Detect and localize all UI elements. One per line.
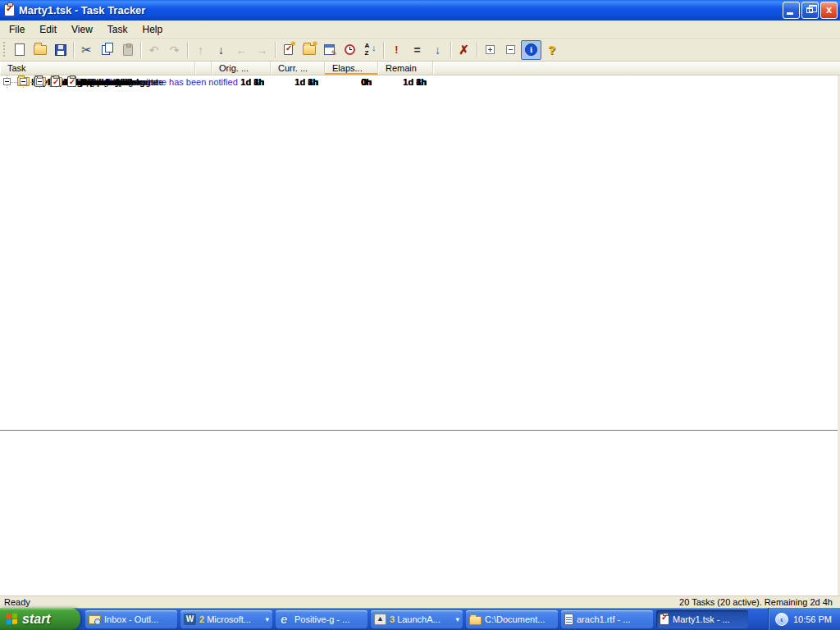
- help-icon: ?: [548, 43, 555, 56]
- priority-low-icon: ↓: [435, 44, 441, 56]
- taskbar-button-outlook[interactable]: Inbox - Outl...: [85, 610, 177, 628]
- window-title: Marty1.tsk - Task Tracker: [19, 4, 781, 16]
- move-left-icon: ←: [236, 44, 248, 56]
- open-file-button[interactable]: [30, 40, 50, 60]
- toolbar-separator: [383, 42, 384, 58]
- redo-button[interactable]: ↷: [164, 40, 185, 60]
- new-folder-button[interactable]: [299, 40, 319, 60]
- priority-normal-button[interactable]: =: [407, 40, 427, 60]
- collapse-box[interactable]: [36, 78, 43, 85]
- help-button[interactable]: ?: [541, 40, 562, 60]
- undo-button[interactable]: ↶: [144, 40, 164, 60]
- taskbar-button-internet-explorer[interactable]: Positive-g - ...: [276, 610, 368, 628]
- elaps-value: 0h: [325, 75, 372, 89]
- column-header-orig[interactable]: Orig. ...: [212, 62, 271, 75]
- menu-edit[interactable]: Edit: [32, 22, 64, 37]
- minimize-button[interactable]: [783, 2, 800, 19]
- cut-button[interactable]: ✂: [76, 40, 97, 60]
- move-right-button[interactable]: →: [252, 40, 272, 60]
- column-header-elaps[interactable]: Elaps...: [325, 62, 378, 75]
- column-header-filler: [433, 62, 840, 75]
- delete-task-icon: ✗: [459, 43, 469, 56]
- start-button[interactable]: start: [0, 608, 80, 630]
- minimize-icon: [787, 12, 793, 15]
- collapse-box[interactable]: [20, 78, 27, 85]
- open-file-icon: [34, 45, 47, 55]
- toolbar-separator: [187, 42, 188, 58]
- taskbar-button-label: Microsoft...: [207, 614, 263, 624]
- task-timer-icon: [345, 44, 355, 55]
- remain-value: 1h: [378, 75, 427, 89]
- group-count-badge: 3: [390, 614, 395, 624]
- menu-task[interactable]: Task: [100, 22, 135, 37]
- expand-all-icon: [486, 45, 495, 54]
- column-header-task[interactable]: Task: [0, 62, 195, 75]
- collapse-all-button[interactable]: [500, 40, 521, 60]
- copy-button[interactable]: [97, 40, 117, 60]
- menu-help[interactable]: Help: [135, 22, 171, 37]
- group-count-badge: 2: [199, 614, 204, 624]
- task-timer-button[interactable]: [340, 40, 360, 60]
- priority-high-icon: !: [395, 44, 398, 55]
- folder-icon: [469, 616, 482, 625]
- sort-tasks-icon: ↓: [365, 43, 377, 56]
- taskbar-button-label: Positive-g - ...: [294, 614, 364, 624]
- column-header-remain[interactable]: Remain: [378, 62, 433, 75]
- toolbar: ✂↶↷↑↓←→↓!=↓✗?: [0, 39, 840, 62]
- taskbar-button-launch[interactable]: 3LaunchA...▾: [371, 610, 463, 628]
- taskbar-button-label: LaunchA...: [397, 614, 454, 624]
- save-file-icon: [55, 44, 66, 56]
- taskbar-button-wordpad[interactable]: arach1.rtf - ...: [561, 610, 653, 628]
- menu-view[interactable]: View: [64, 22, 100, 37]
- tray-chevron-icon[interactable]: ‹: [775, 613, 788, 626]
- task-grid-wrap: Consultations2d 3h2d 3h0h2d 3hFocus grou…: [0, 75, 840, 596]
- close-icon: x: [821, 3, 837, 16]
- tray-clock: 10:56 PM: [793, 614, 832, 624]
- move-left-button[interactable]: ←: [231, 40, 252, 60]
- toolbar-separator: [450, 42, 451, 58]
- new-task-button[interactable]: [278, 40, 299, 60]
- task-properties-icon: [324, 44, 335, 55]
- collapse-box[interactable]: [3, 78, 11, 85]
- priority-normal-icon: =: [413, 44, 420, 56]
- priority-high-button[interactable]: !: [386, 40, 407, 60]
- rtf-icon: [564, 614, 573, 625]
- restore-button[interactable]: [801, 2, 819, 19]
- save-file-button[interactable]: [50, 40, 71, 60]
- taskbar-button-word[interactable]: 2Microsoft...▾: [180, 610, 272, 628]
- toolbar-grip[interactable]: [2, 42, 6, 58]
- task-info-icon: [525, 43, 537, 56]
- taskbar-button-explorer-folder[interactable]: C:\Document...: [466, 610, 558, 628]
- launch-icon: [374, 614, 386, 625]
- delete-task-button[interactable]: ✗: [454, 40, 474, 60]
- move-up-button[interactable]: ↑: [190, 40, 211, 60]
- priority-low-button[interactable]: ↓: [427, 40, 448, 60]
- system-tray: ‹ 10:56 PM: [768, 608, 840, 630]
- task-properties-button[interactable]: [319, 40, 340, 60]
- new-file-icon: [15, 43, 25, 56]
- column-header-curr[interactable]: Curr. ...: [271, 62, 325, 75]
- chevron-down-icon: ▾: [455, 615, 459, 623]
- taskbar-button-task-tracker[interactable]: Marty1.tsk - ...: [656, 610, 748, 628]
- task-check-icon: [67, 76, 76, 87]
- taskbar-button-label: C:\Document...: [485, 614, 555, 624]
- task-info-button[interactable]: [521, 40, 541, 60]
- sort-tasks-button[interactable]: ↓: [360, 40, 381, 60]
- new-file-button[interactable]: [9, 40, 30, 60]
- copy-icon: [102, 45, 110, 55]
- move-down-button[interactable]: ↓: [211, 40, 231, 60]
- column-header-spacer[interactable]: [195, 62, 212, 75]
- close-button[interactable]: x: [820, 2, 838, 19]
- word-icon: [184, 614, 196, 625]
- taskbar-button-label: Inbox - Outl...: [104, 614, 174, 624]
- toolbar-separator: [140, 42, 141, 58]
- expand-all-button[interactable]: [480, 40, 500, 60]
- paste-button[interactable]: [117, 40, 138, 60]
- menu-file[interactable]: File: [2, 22, 32, 37]
- move-right-icon: →: [257, 44, 268, 56]
- task-tree-grid: Consultations2d 3h2d 3h0h2d 3hFocus grou…: [0, 75, 838, 596]
- orig-value: 1h: [212, 75, 264, 89]
- taskbar-buttons: Inbox - Outl...2Microsoft...▾Positive-g …: [80, 610, 768, 628]
- outlook-icon: [89, 614, 101, 625]
- windows-flag-icon: [7, 613, 18, 624]
